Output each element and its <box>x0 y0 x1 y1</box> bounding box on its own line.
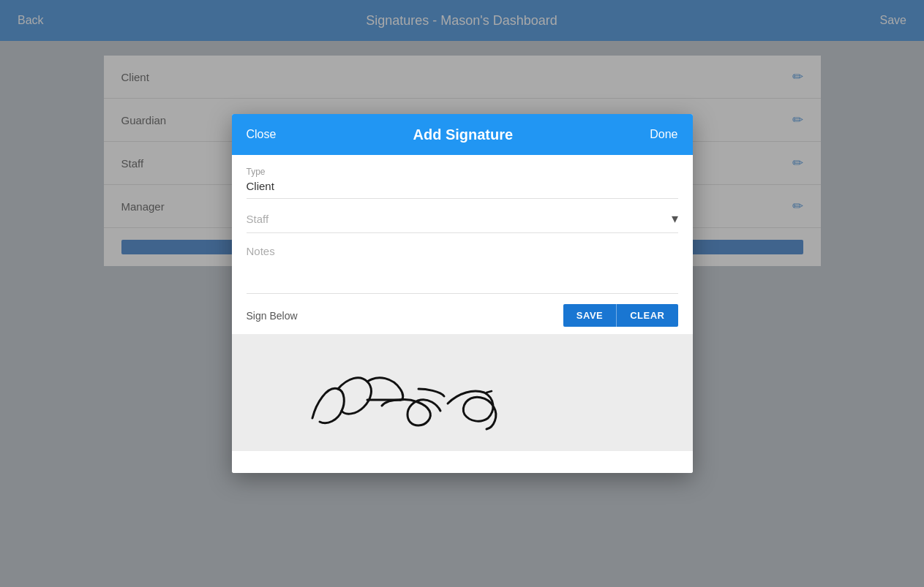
modal-header: Close Add Signature Done <box>232 114 693 155</box>
notes-placeholder: Notes <box>247 245 275 257</box>
modal-title: Add Signature <box>413 126 513 143</box>
save-signature-button[interactable]: SAVE <box>563 304 616 327</box>
modal-overlay: Close Add Signature Done Type Client Sta… <box>0 0 924 587</box>
staff-dropdown[interactable]: Staff ▾ <box>247 199 678 233</box>
sign-section: Sign Below SAVE CLEAR <box>247 294 678 327</box>
chevron-down-icon: ▾ <box>672 211 678 227</box>
signature-canvas[interactable] <box>232 334 693 451</box>
type-value: Client <box>247 180 678 192</box>
sign-buttons: SAVE CLEAR <box>563 304 678 327</box>
done-button[interactable]: Done <box>650 128 677 141</box>
close-button[interactable]: Close <box>247 128 277 141</box>
type-label: Type <box>247 167 678 177</box>
sign-below-label: Sign Below <box>247 310 298 322</box>
notes-field[interactable]: Notes <box>247 233 678 294</box>
add-signature-modal: Close Add Signature Done Type Client Sta… <box>232 114 693 473</box>
modal-bottom <box>232 451 693 473</box>
staff-placeholder: Staff <box>247 213 269 225</box>
modal-body: Type Client Staff ▾ Notes Sign Below SAV… <box>232 155 693 327</box>
sign-header: Sign Below SAVE CLEAR <box>247 304 678 327</box>
clear-signature-button[interactable]: CLEAR <box>616 304 677 327</box>
signature-drawing <box>232 334 693 451</box>
type-field: Type Client <box>247 155 678 199</box>
